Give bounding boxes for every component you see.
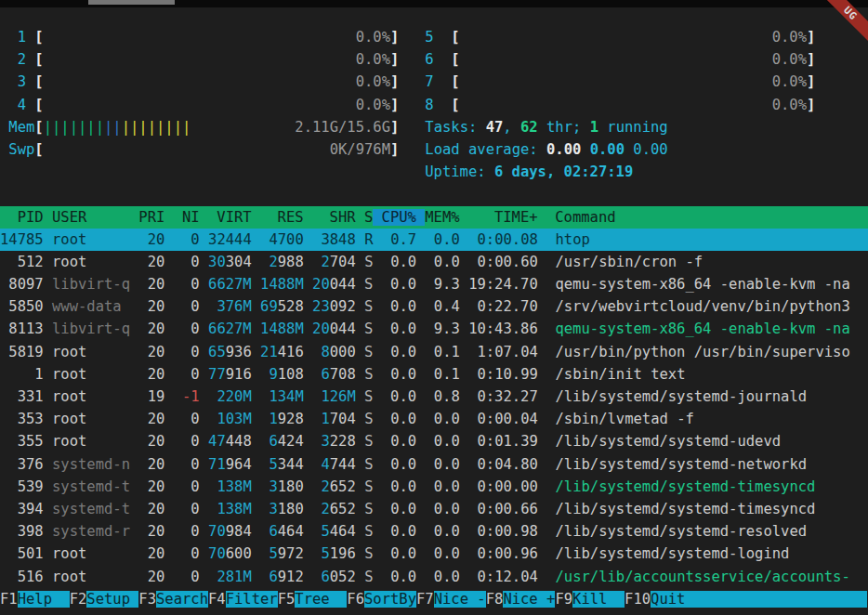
cell-shr: 092: [330, 298, 356, 315]
fkey-F5-label[interactable]: Tree: [295, 591, 347, 608]
terminal-window: UG 1 [ 0.0%] 5 [ 0.0%] 2 [ 0.0%] 6 [ 0.0…: [0, 0, 868, 615]
text-segment: [252, 298, 260, 315]
process-row[interactable]: 355 root 20 0 47448 6424 3228 S 0.0 0.0 …: [0, 430, 868, 452]
cell-virt: 138M: [217, 501, 251, 517]
process-row[interactable]: 5819 root 20 0 65936 21416 8000 S 0.0 0.…: [0, 341, 868, 363]
cell-pid: 5850: [0, 298, 44, 315]
fkey-F1-label[interactable]: Help: [18, 591, 70, 608]
cell-time: 0:00.96: [468, 545, 538, 562]
cpu-meters-row: 2 [ 0.0%] 6 [ 0.0%]: [0, 48, 868, 71]
cpu-meter-label: 5: [425, 29, 433, 46]
text-segment: [356, 478, 364, 495]
fkey-F5[interactable]: F5: [278, 591, 296, 608]
function-key-bar[interactable]: F1Help F2Setup F3SearchF4FilterF5Tree F6…: [0, 588, 868, 610]
cell-user: libvirt-q: [52, 276, 130, 293]
process-row[interactable]: 516 root 20 0 281M 6912 6052 S 0.0 0.0 0…: [0, 566, 868, 588]
process-row[interactable]: 353 root 20 0 103M 1928 1704 S 0.0 0.0 0…: [0, 408, 868, 430]
text-segment: [304, 545, 312, 562]
text-segment: [356, 298, 364, 315]
text-segment: [538, 411, 556, 427]
text-segment: [260, 569, 269, 585]
fkey-F6-label[interactable]: SortBy: [364, 591, 416, 608]
header-filler[interactable]: [616, 209, 868, 226]
cell-res: 700: [278, 231, 304, 248]
fkey-F8-label[interactable]: Nice +: [503, 591, 555, 608]
meter-close-bracket: ]: [390, 141, 399, 158]
text-segment: [538, 276, 556, 293]
text-segment: [252, 456, 260, 473]
fkey-F9[interactable]: F9: [555, 591, 572, 608]
cell-res: 1488M: [260, 276, 304, 293]
cell-command: /lib/systemd/systemd-resolved: [555, 523, 807, 540]
header-columns-right[interactable]: MEM% TIME+ Command: [425, 209, 615, 226]
text-segment: [356, 411, 364, 427]
text-segment: [538, 366, 556, 383]
fkey-F7[interactable]: F7: [416, 591, 434, 608]
process-table-header[interactable]: PID USER PRI NI VIRT RES SHR S CPU% MEM%…: [0, 206, 868, 229]
cell-ni: 0: [174, 344, 200, 360]
cell-cpu: 0.0: [382, 433, 416, 450]
process-row[interactable]: 8097 libvirt-q 20 0 6627M 1488M 20044 S …: [0, 273, 868, 295]
fkey-F3[interactable]: F3: [138, 591, 156, 608]
cell-res: 1: [269, 411, 277, 427]
header-columns-left[interactable]: PID USER PRI NI VIRT RES SHR S: [0, 209, 373, 226]
process-row[interactable]: 512 root 20 0 30304 2988 2704 S 0.0 0.0 …: [0, 251, 868, 273]
cell-res: 180: [278, 478, 304, 495]
text-segment: [460, 231, 468, 248]
cell-command: /usr/sbin/cron -f: [555, 254, 703, 270]
text-segment: [304, 569, 312, 585]
footer-filler[interactable]: [703, 591, 867, 608]
fkey-F7-label[interactable]: Nice -: [434, 591, 486, 608]
process-row[interactable]: 331 root 19 -1 220M 134M 126M S 0.0 0.8 …: [0, 386, 868, 408]
text-segment: [373, 321, 381, 337]
process-row[interactable]: 398 systemd-r 20 0 70984 6464 5464 S 0.0…: [0, 520, 868, 543]
cell-command: /usr/bin/python /usr/bin/superviso: [555, 344, 849, 360]
fkey-F2[interactable]: F2: [70, 591, 87, 608]
text-segment: [130, 456, 138, 473]
fkey-F10-label[interactable]: Quit: [651, 591, 703, 608]
text-segment: [460, 29, 772, 46]
text-segment: [252, 366, 260, 383]
process-row[interactable]: 376 systemd-n 20 0 71964 5344 4744 S 0.0…: [0, 453, 868, 476]
fkey-F9-label[interactable]: Kill: [572, 591, 625, 608]
text-segment: [44, 231, 52, 248]
text-segment: [260, 501, 269, 517]
cell-pid: 353: [0, 411, 44, 427]
fkey-F1[interactable]: F1: [0, 591, 18, 608]
cell-cpu: 0.0: [382, 254, 416, 270]
process-row[interactable]: 5850 www-data 20 0 376M 69528 23092 S 0.…: [0, 295, 868, 318]
fkey-F8[interactable]: F8: [486, 591, 504, 608]
text-segment: [460, 569, 468, 585]
text-segment: [252, 344, 260, 360]
cell-virt: 32: [208, 231, 226, 248]
htop-screen[interactable]: 1 [ 0.0%] 5 [ 0.0%] 2 [ 0.0%] 6 [ 0.0%] …: [0, 7, 868, 610]
header-sort-column-cpu[interactable]: CPU%: [373, 209, 425, 226]
fkey-F4[interactable]: F4: [208, 591, 226, 608]
cell-pid: 398: [0, 523, 44, 540]
process-row[interactable]: 14785 root 20 0 32444 4700 3848 R 0.7 0.…: [0, 229, 868, 251]
text-segment: [460, 366, 468, 383]
fkey-F3-label[interactable]: Search: [156, 591, 208, 608]
cell-mem: 0.0: [425, 231, 459, 248]
fkey-F4-label[interactable]: Filter: [226, 591, 278, 608]
text-segment: [200, 321, 208, 337]
process-row[interactable]: 8113 libvirt-q 20 0 6627M 1488M 20044 S …: [0, 318, 868, 340]
fkey-F2-label[interactable]: Setup: [86, 591, 138, 608]
process-row[interactable]: 539 systemd-t 20 0 138M 3180 2652 S 0.0 …: [0, 476, 868, 498]
text-segment: [44, 501, 52, 517]
process-row[interactable]: 501 root 20 0 70600 5972 5196 S 0.0 0.0 …: [0, 543, 868, 565]
meter-open-bracket: [: [451, 73, 459, 90]
process-row[interactable]: 1 root 20 0 77916 9108 6708 S 0.0 0.1 0:…: [0, 363, 868, 386]
text-segment: [0, 164, 425, 180]
cell-shr: 652: [330, 478, 356, 495]
process-row[interactable]: 394 systemd-t 20 0 138M 3180 2652 S 0.0 …: [0, 498, 868, 520]
text-segment: [208, 478, 217, 495]
fkey-F10[interactable]: F10: [625, 591, 651, 608]
text-segment: [304, 366, 312, 383]
meter-open-bracket: [: [34, 73, 43, 90]
text-segment: [460, 344, 468, 360]
cell-time: 19:24.70: [468, 276, 538, 293]
fkey-F6[interactable]: F6: [347, 591, 364, 608]
cell-pri: 20: [138, 478, 164, 495]
cell-time: 0:32.27: [468, 388, 538, 405]
